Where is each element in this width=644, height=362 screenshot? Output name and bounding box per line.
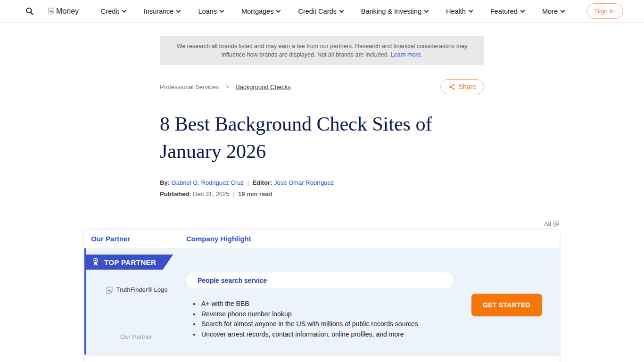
partner-logo-column: TruthFinder® Logo Our Partner <box>86 248 186 354</box>
highlight-bullet: Uncover arrest records, contact informat… <box>200 329 454 340</box>
get-started-button[interactable]: GET STARTED <box>471 294 542 316</box>
next-partner-row-partial <box>84 354 560 362</box>
byline: By: Gabriel O. Rodriguez Cruz | Editor: … <box>160 179 484 186</box>
nav-item-more[interactable]: More <box>542 8 564 15</box>
breadcrumb-separator-icon: > <box>225 83 229 90</box>
highlight-bullet-list: A+ with the BBB Reverse phone number loo… <box>200 299 454 339</box>
search-icon <box>25 7 34 16</box>
partner-card-body: TOP PARTNER TruthFinder® Logo Our Partne… <box>84 248 560 354</box>
nav-item-health[interactable]: Health <box>446 8 472 15</box>
chevron-down-icon <box>520 8 525 13</box>
our-partner-column-header: Our Partner <box>84 235 186 243</box>
highlight-bullet: Search for almost anyone in the US with … <box>200 319 454 329</box>
nav-item-featured[interactable]: Featured <box>490 8 524 15</box>
partner-logo-alt-text: TruthFinder® Logo <box>116 286 168 293</box>
service-category-pill: People search service <box>186 272 454 288</box>
share-icon <box>448 83 455 90</box>
chevron-down-icon <box>122 8 126 13</box>
editor-label: Editor: <box>252 179 272 186</box>
learn-more-link[interactable]: Learn more <box>391 51 421 58</box>
disclosure-text: We research all brands listed and may ea… <box>177 43 468 58</box>
partner-card-header: Our Partner Company Highlight <box>84 230 560 248</box>
chevron-down-icon <box>339 8 344 13</box>
our-partner-caption: Our Partner <box>120 333 152 340</box>
published-label: Published: <box>160 190 191 197</box>
published-line: Published: Dec 31, 2025 | 19 min read <box>160 190 484 197</box>
top-partner-card: Our Partner Company Highlight TOP PARTNE… <box>84 230 560 362</box>
company-highlight-column-header: Company Highlight <box>186 235 560 243</box>
chevron-down-icon <box>561 8 565 13</box>
partner-logo[interactable]: TruthFinder® Logo <box>105 286 168 295</box>
highlight-bullet: A+ with the BBB <box>200 299 454 309</box>
nav-item-mortgages[interactable]: Mortgages <box>241 8 281 15</box>
breadcrumb: Professional Services > Background Check… <box>160 83 291 90</box>
advertiser-disclosure: We research all brands listed and may ea… <box>160 36 484 65</box>
logo-alt-text: Money <box>56 7 79 16</box>
ad-label: Ad <box>544 221 551 227</box>
broken-image-icon <box>47 7 55 15</box>
by-label: By: <box>160 179 170 186</box>
chevron-down-icon <box>219 8 224 13</box>
money-logo[interactable]: Money <box>47 7 79 16</box>
broken-image-icon <box>553 220 560 227</box>
broken-image-icon <box>105 286 114 295</box>
chevron-down-icon <box>276 8 281 13</box>
editor-link[interactable]: José Omar Rodríguez <box>274 179 334 186</box>
published-date: Dec 31, 2025 <box>193 190 229 197</box>
nav-item-credit[interactable]: Credit <box>101 8 126 15</box>
top-navigation-bar: Money Credit Insurance Loans Mortgages C… <box>0 0 644 23</box>
nav-item-insurance[interactable]: Insurance <box>144 8 181 15</box>
nav-item-banking-investing[interactable]: Banking & Investing <box>361 8 428 15</box>
page-title: 8 Best Background Check Sites of January… <box>160 110 484 165</box>
sign-in-button[interactable]: Sign In <box>586 3 623 19</box>
nav-item-loans[interactable]: Loans <box>198 8 223 15</box>
nav-item-credit-cards[interactable]: Credit Cards <box>298 8 343 15</box>
search-button[interactable] <box>24 6 35 17</box>
ad-label-row: Ad <box>84 220 560 227</box>
author-link[interactable]: Gabriel O. Rodriguez Cruz <box>172 179 244 186</box>
breadcrumb-parent[interactable]: Professional Services <box>160 83 219 90</box>
chevron-down-icon <box>468 8 473 13</box>
read-time: 19 min read <box>238 190 272 197</box>
main-nav: Credit Insurance Loans Mortgages Credit … <box>79 8 586 15</box>
cta-column: GET STARTED <box>454 248 560 354</box>
chevron-down-icon <box>176 8 181 13</box>
breadcrumb-current[interactable]: Background Checks <box>236 83 290 90</box>
highlight-bullet: Reverse phone number lookup <box>200 309 454 320</box>
chevron-down-icon <box>424 8 429 13</box>
share-button[interactable]: Share <box>440 79 484 94</box>
breadcrumb-row: Professional Services > Background Check… <box>160 79 484 94</box>
company-highlight-column: People search service A+ with the BBB Re… <box>186 248 454 354</box>
